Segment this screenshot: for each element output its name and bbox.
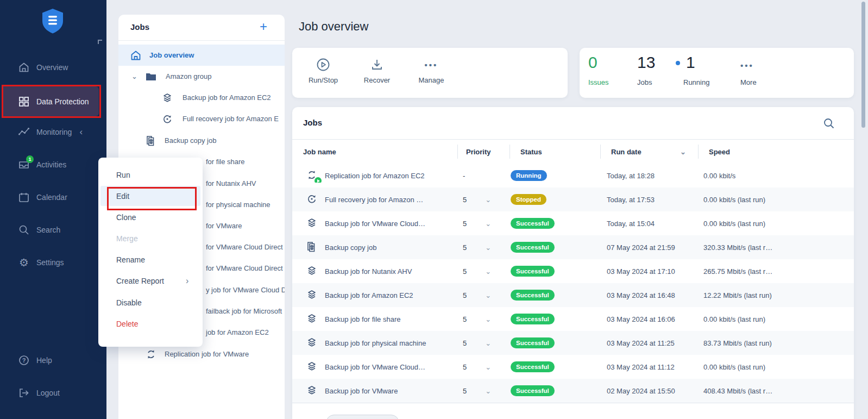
speed: 265.75 Mbit/s (last r… <box>698 267 854 276</box>
search-icon[interactable] <box>822 117 835 130</box>
jobs-table-rows: Replication job for Amazon EC2 - Running… <box>292 164 854 403</box>
add-job-button[interactable]: + <box>255 19 272 34</box>
manage-button[interactable]: ••• Manage <box>407 58 456 84</box>
priority-value: 5 <box>463 315 467 323</box>
tree-item-label: failback job for Microsoft <box>206 307 282 315</box>
column-header-run-date[interactable]: Run date⌄ <box>600 140 698 164</box>
jobs-table-header: Jobs <box>292 107 854 140</box>
table-row[interactable]: Backup copy job 5⌄ Successful 07 May 202… <box>292 235 854 259</box>
menu-item-run[interactable]: Run <box>100 164 200 185</box>
table-row[interactable]: Backup job for VMware Cloud… 5⌄ Successf… <box>292 211 854 235</box>
sidebar-item-label: Search <box>36 226 60 234</box>
sidebar-item-search[interactable]: Search <box>0 218 106 242</box>
menu-item-disable[interactable]: Disable <box>100 292 200 313</box>
tree-item-full-recovery-job-amazon[interactable]: Full recovery job for Amazon E <box>118 108 285 129</box>
jobs-label: Jobs <box>637 78 652 86</box>
tree-item-label: for file share <box>206 158 245 166</box>
menu-item-merge: Merge <box>100 228 200 249</box>
table-row[interactable]: Backup job for Amazon EC2 5⌄ Successful … <box>292 283 854 307</box>
priority-value: 5 <box>463 363 467 371</box>
sidebar-item-help[interactable]: ? Help <box>0 348 106 372</box>
sidebar-item-label: Settings <box>36 258 64 267</box>
sidebar-item-calendar[interactable]: Calendar <box>0 185 106 209</box>
column-header-speed[interactable]: Speed <box>698 140 854 164</box>
run-date: 03 May 2024 at 11:12 <box>600 363 698 371</box>
collapse-sidebar-chevron-icon[interactable]: ‹ <box>79 127 83 137</box>
priority-dropdown-chevron-icon[interactable]: ⌄ <box>485 243 491 252</box>
speed: 0.00 kbit/s (last run) <box>698 196 854 204</box>
tree-item-label: Full recovery job for Amazon E <box>183 115 279 123</box>
menu-item-create-report[interactable]: Create Report› <box>100 270 200 291</box>
jobs-table-title: Jobs <box>303 118 322 127</box>
priority-dropdown-chevron-icon[interactable]: ⌄ <box>485 315 491 323</box>
priority-dropdown-chevron-icon[interactable]: ⌄ <box>485 387 491 395</box>
run-date: 07 May 2024 at 21:59 <box>600 243 698 252</box>
tree-item-label: y job for VMware Cloud D <box>206 286 285 294</box>
table-row[interactable]: Backup job for physical machine 5⌄ Succe… <box>292 331 854 355</box>
table-row[interactable]: Backup job for file share 5⌄ Successful … <box>292 307 854 331</box>
tree-item-label: job for Amazon EC2 <box>206 328 269 336</box>
priority-dropdown-chevron-icon[interactable]: ⌄ <box>485 291 491 299</box>
menu-item-rename[interactable]: Rename <box>100 249 200 270</box>
sidebar-item-overview[interactable]: Overview <box>0 55 106 79</box>
tree-item-backup-copy-job[interactable]: Backup copy job <box>118 130 285 151</box>
recover-button[interactable]: Recover <box>353 58 401 84</box>
table-row[interactable]: Backup job for Nutanix AHV 5⌄ Successful… <box>292 259 854 283</box>
status-badge: Successful <box>511 266 555 277</box>
job-name: Backup job for VMware <box>325 387 398 395</box>
column-header-job-name[interactable]: Job name <box>292 140 457 164</box>
table-row[interactable]: Replication job for Amazon EC2 - Running… <box>292 164 854 187</box>
sidebar-item-logout[interactable]: Logout <box>0 381 106 405</box>
home-icon <box>18 61 30 73</box>
sidebar-item-monitoring[interactable]: Monitoring ‹ <box>0 120 106 144</box>
speed: 0.00 kbit/s (last run) <box>698 315 854 323</box>
menu-item-edit[interactable]: Edit <box>100 186 200 206</box>
priority-dropdown-chevron-icon[interactable]: ⌄ <box>485 363 491 371</box>
sidebar-resize-handle-icon[interactable] <box>98 40 102 44</box>
sidebar-item-settings[interactable]: ⚙ Settings <box>0 251 106 274</box>
speed: 83.73 Mbit/s (last run) <box>698 339 854 347</box>
priority-dropdown-chevron-icon[interactable]: ⌄ <box>485 267 491 276</box>
menu-item-clone[interactable]: Clone <box>100 207 200 228</box>
priority-dropdown-chevron-icon[interactable]: ⌄ <box>485 196 491 204</box>
priority-dropdown-chevron-icon[interactable]: ⌄ <box>485 339 491 347</box>
tree-item-label: for VMware <box>206 222 242 230</box>
menu-item-label: Merge <box>116 234 138 243</box>
run-stop-button[interactable]: Run/Stop <box>299 58 348 84</box>
table-row[interactable]: Backup job for VMware Cloud… 5⌄ Successf… <box>292 355 854 379</box>
tree-item-backup-job-amazon-ec2[interactable]: Backup job for Amazon EC2 <box>118 87 285 108</box>
priority-value: 5 <box>463 387 467 395</box>
ellipsis-icon: ••• <box>740 61 754 70</box>
chevron-down-icon[interactable]: ⌄ <box>131 72 137 80</box>
gear-icon: ⚙ <box>18 257 30 268</box>
jobs-panel-title: Jobs <box>130 22 149 32</box>
sidebar-item-label: Logout <box>36 389 60 397</box>
tree-item-label: for VMware Cloud Direct <box>206 243 283 251</box>
priority-value: 5 <box>463 243 467 252</box>
menu-item-delete[interactable]: Delete <box>100 313 200 334</box>
status-badge: Running <box>511 170 547 181</box>
replication-job-running-icon <box>305 168 319 183</box>
sidebar-item-data-protection[interactable]: Data Protection <box>3 86 99 116</box>
priority-value: - <box>463 172 465 180</box>
priority-dropdown-chevron-icon[interactable]: ⌄ <box>485 220 491 228</box>
sidebar-item-label: Help <box>36 356 52 365</box>
tree-item-label: Replication job for VMware <box>165 350 249 358</box>
tree-item-amazon-group[interactable]: ⌄ Amazon group <box>118 66 285 87</box>
backup-job-icon <box>305 264 319 278</box>
column-header-priority[interactable]: Priority <box>457 140 510 164</box>
ellipsis-icon: ••• <box>407 58 456 72</box>
submenu-chevron-right-icon: › <box>186 276 188 286</box>
table-row[interactable]: Backup job for VMware 5⌄ Successful 02 M… <box>292 379 854 403</box>
table-row[interactable]: Full recovery job for Amazon … 5⌄ Stoppe… <box>292 187 854 211</box>
column-header-status[interactable]: Status <box>510 140 600 164</box>
show-more-button[interactable] <box>326 415 399 419</box>
table-column-headers: Job name Priority Status Run date⌄ Speed <box>292 140 854 164</box>
backup-job-icon <box>305 312 319 326</box>
tree-item-job-overview[interactable]: Job overview <box>118 45 285 66</box>
sidebar-item-activities[interactable]: 1 Activities <box>0 153 106 177</box>
run-date: Today, at 17:53 <box>600 196 698 204</box>
play-circle-icon <box>299 58 348 72</box>
priority-value: 5 <box>463 220 467 228</box>
vertical-scrollbar-thumb[interactable] <box>861 2 865 128</box>
